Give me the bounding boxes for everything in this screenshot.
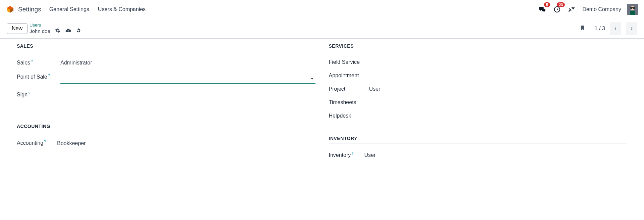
nav-users-companies[interactable]: Users & Companies: [98, 6, 146, 12]
help-icon[interactable]: ?: [44, 139, 46, 143]
activities-button[interactable]: 23: [553, 6, 561, 13]
topbar: Settings General Settings Users & Compan…: [0, 0, 644, 18]
label-appointment: Appointment: [329, 73, 359, 78]
field-appointment: Appointment: [329, 73, 628, 79]
label-field-service: Field Service: [329, 59, 360, 65]
app-logo-icon: [6, 5, 14, 13]
undo-icon[interactable]: [76, 28, 81, 34]
help-icon[interactable]: ?: [351, 151, 353, 156]
form-content: SALES Sales? Administrator Point of Sale…: [0, 39, 644, 166]
breadcrumb: Users John doe: [30, 23, 81, 35]
field-project: Project User: [329, 86, 628, 92]
help-icon[interactable]: ?: [48, 73, 50, 77]
value-sales[interactable]: Administrator: [60, 60, 92, 66]
messages-badge: 5: [544, 2, 550, 7]
help-icon[interactable]: ?: [31, 59, 33, 63]
tools-icon: [568, 6, 575, 13]
field-point-of-sale: Point of Sale?: [17, 73, 315, 84]
svg-rect-9: [630, 11, 635, 15]
bookmark-icon[interactable]: [580, 25, 585, 32]
debug-button[interactable]: [568, 6, 575, 13]
label-helpdesk: Helpdesk: [329, 113, 351, 119]
section-title-inventory: INVENTORY: [329, 136, 628, 143]
avatar-icon: [627, 4, 638, 15]
activities-badge: 23: [557, 2, 565, 7]
breadcrumb-current: John doe: [30, 28, 50, 34]
messages-button[interactable]: 5: [539, 6, 546, 13]
company-selector[interactable]: Demo Company: [582, 6, 621, 12]
chevron-right-icon: [630, 26, 634, 31]
new-button[interactable]: New: [7, 23, 28, 34]
chevron-left-icon: [613, 26, 617, 31]
pager: 1 / 3: [595, 22, 637, 35]
value-inventory[interactable]: User: [364, 152, 376, 158]
label-sales: Sales: [17, 60, 30, 65]
field-sales: Sales? Administrator: [17, 59, 315, 66]
field-accounting: Accounting? Bookkeeper: [17, 139, 315, 146]
section-title-sales: SALES: [17, 43, 315, 51]
breadcrumb-bar: New Users John doe 1 / 3: [0, 18, 644, 39]
prev-page-button[interactable]: [610, 22, 621, 35]
svg-rect-8: [633, 8, 635, 9]
value-project[interactable]: User: [369, 86, 381, 92]
label-inventory: Inventory: [329, 152, 351, 158]
dropdown-point-of-sale[interactable]: [60, 74, 315, 84]
chevron-down-icon: [311, 78, 313, 80]
field-inventory: Inventory? User: [329, 151, 628, 158]
label-accounting: Accounting: [17, 140, 43, 146]
gear-icon[interactable]: [55, 28, 60, 34]
field-timesheets: Timesheets: [329, 99, 628, 105]
next-page-button[interactable]: [626, 22, 637, 35]
section-title-accounting: ACCOUNTING: [17, 124, 315, 131]
user-avatar[interactable]: [627, 4, 638, 15]
breadcrumb-parent[interactable]: Users: [30, 23, 81, 28]
svg-rect-7: [631, 8, 632, 9]
label-point-of-sale: Point of Sale: [17, 74, 47, 80]
page-indicator[interactable]: 1 / 3: [595, 26, 605, 32]
section-title-services: SERVICES: [329, 43, 628, 51]
field-helpdesk: Helpdesk: [329, 113, 628, 119]
label-project: Project: [329, 86, 346, 92]
label-timesheets: Timesheets: [329, 99, 356, 105]
field-field-service: Field Service: [329, 59, 628, 65]
value-accounting[interactable]: Bookkeeper: [57, 140, 86, 146]
help-icon[interactable]: ?: [28, 91, 30, 95]
nav-general-settings[interactable]: General Settings: [49, 6, 89, 12]
label-sign: Sign: [17, 92, 28, 97]
app-title[interactable]: Settings: [18, 6, 41, 13]
cloud-upload-icon[interactable]: [65, 28, 71, 35]
field-sign: Sign?: [17, 91, 315, 98]
